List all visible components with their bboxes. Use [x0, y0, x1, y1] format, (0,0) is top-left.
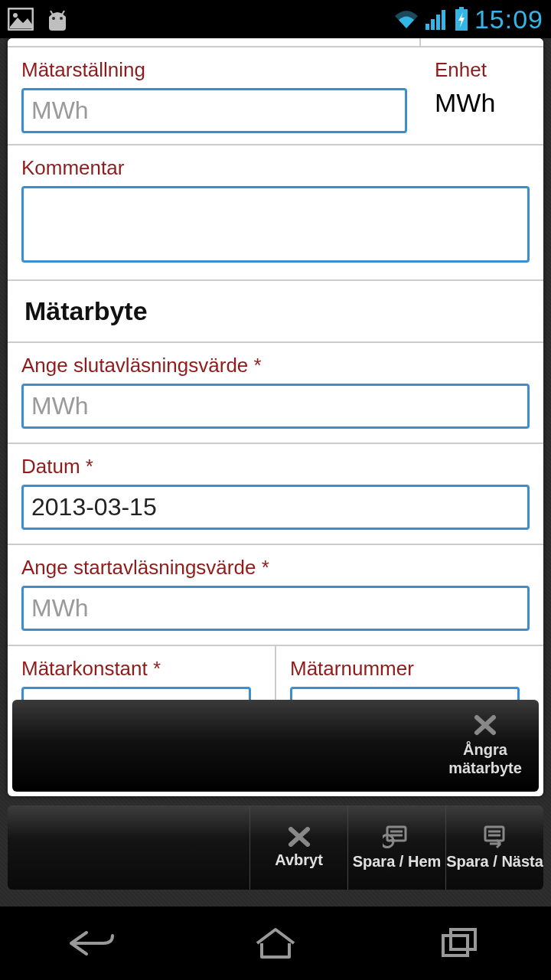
- svg-point-3: [60, 17, 63, 20]
- start-reading-input[interactable]: [21, 586, 530, 631]
- comment-input[interactable]: [21, 186, 530, 263]
- unit-label: Enhet: [435, 58, 530, 82]
- save-home-label: Spara / Hem: [353, 853, 442, 871]
- undo-meter-change-button[interactable]: Ångra mätarbyte: [432, 714, 539, 777]
- svg-line-4: [51, 11, 53, 15]
- cancel-label: Avbryt: [275, 851, 323, 869]
- end-reading-label: Ange slutavläsningsvärde: [21, 354, 530, 377]
- section-title: Mätarbyte: [8, 281, 165, 341]
- date-label: Datum: [21, 455, 530, 479]
- svg-rect-19: [451, 929, 475, 949]
- home-button[interactable]: [230, 920, 321, 966]
- svg-line-5: [62, 11, 64, 15]
- bottom-toolbar: Avbryt Spara / Hem Spara / Nästa: [8, 805, 543, 890]
- form-card: Mätarställning Enhet MWh Kommentar Mätar…: [8, 38, 543, 796]
- cancel-button[interactable]: Avbryt: [249, 805, 347, 890]
- meter-number-label: Mätarnummer: [290, 657, 530, 681]
- svg-rect-9: [442, 10, 445, 30]
- svg-rect-7: [431, 19, 435, 30]
- start-reading-label: Ange startavläsningsvärde: [21, 556, 530, 580]
- wifi-icon: [393, 8, 419, 30]
- status-clock: 15:09: [474, 5, 543, 34]
- gallery-icon: [8, 8, 34, 31]
- undo-label-line2: mätarbyte: [448, 760, 522, 776]
- signal-icon: [425, 8, 448, 30]
- svg-rect-6: [425, 24, 429, 30]
- svg-rect-10: [459, 7, 464, 9]
- constant-label: Mätarkonstant: [21, 657, 261, 681]
- end-reading-input[interactable]: [21, 384, 530, 429]
- inner-action-bar: Ångra mätarbyte: [12, 700, 539, 792]
- back-button[interactable]: [46, 920, 138, 966]
- save-next-label: Spara / Nästa: [446, 853, 543, 871]
- recent-apps-button[interactable]: [413, 920, 505, 966]
- battery-icon: [455, 7, 468, 31]
- save-home-button[interactable]: Spara / Hem: [347, 805, 445, 890]
- save-next-button[interactable]: Spara / Nästa: [445, 805, 543, 890]
- svg-rect-18: [443, 936, 468, 956]
- prev-row-sliver: [8, 38, 543, 47]
- svg-point-1: [13, 13, 18, 18]
- reading-input[interactable]: [21, 88, 407, 133]
- close-icon: [287, 827, 311, 847]
- undo-label-line1: Ångra: [463, 741, 507, 758]
- svg-rect-8: [436, 15, 440, 30]
- save-next-icon: [481, 825, 510, 848]
- android-icon: [43, 8, 72, 31]
- close-icon: [472, 714, 498, 736]
- back-icon: [65, 928, 119, 959]
- status-bar: 15:09: [0, 0, 551, 38]
- unit-value: MWh: [435, 88, 530, 118]
- date-input[interactable]: [21, 485, 530, 530]
- android-nav-bar: [0, 906, 551, 980]
- svg-rect-12: [387, 827, 406, 841]
- save-home-icon: [383, 825, 412, 848]
- reading-label: Mätarställning: [21, 58, 407, 82]
- comment-label: Kommentar: [21, 156, 530, 180]
- home-icon: [253, 926, 298, 960]
- svg-rect-15: [485, 827, 504, 841]
- recent-apps-icon: [439, 926, 480, 960]
- svg-point-2: [52, 17, 55, 20]
